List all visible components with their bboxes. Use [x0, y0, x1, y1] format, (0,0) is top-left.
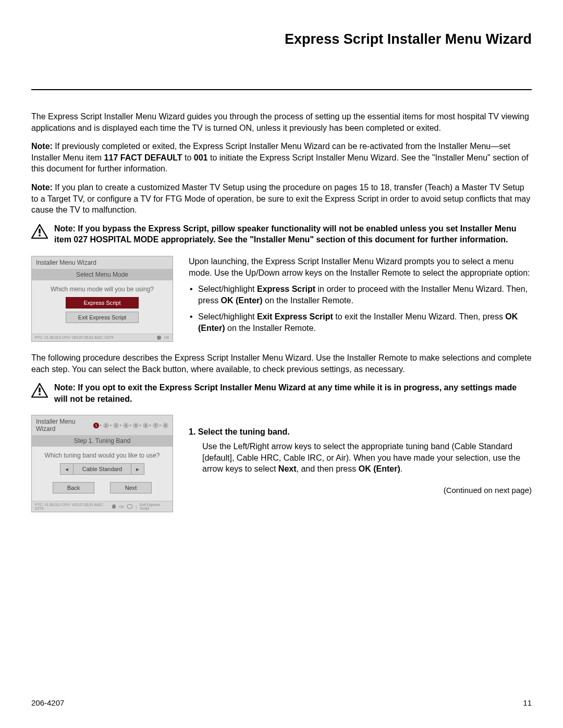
- b2a: Select/highlight: [198, 312, 257, 321]
- wiz1-subtitle: Select Menu Mode: [32, 269, 173, 280]
- wizard-select-mode-screenshot: Installer Menu Wizard Select Menu Mode W…: [31, 256, 173, 342]
- intro-paragraph: The Express Script Installer Menu Wizard…: [31, 111, 532, 133]
- warning-2: Note: If you opt to exit the Express Scr…: [31, 382, 532, 404]
- wiz1-footer-version: PTC: V1.00.013 CPU: V03.07.00.01 ASIC: D…: [35, 336, 114, 340]
- step-1: 1. Select the tuning band.: [189, 426, 532, 438]
- back-button[interactable]: Back: [53, 482, 94, 493]
- page-footer: 206-4207 11: [31, 698, 532, 707]
- tuning-left-arrow[interactable]: ◄: [60, 463, 74, 475]
- wiz2-question: Which tuning band would you like to use?: [36, 452, 168, 459]
- note2-text: If you plan to create a customized Maste…: [31, 183, 530, 214]
- ok-icon: [112, 504, 116, 509]
- wiz1-footer-ok: OK: [164, 336, 169, 339]
- step1-heading: Select the tuning band.: [198, 427, 290, 436]
- b2b: to exit the Installer Menu Wizard. Then,…: [333, 312, 506, 321]
- procedure-intro: The following procedure describes the Ex…: [31, 352, 532, 375]
- wizard-tuning-band-screenshot: Installer Menu Wizard 1▸ 2▸ 3▸ 4▸ 5▸ 6▸ …: [31, 415, 173, 512]
- warning-icon: [31, 383, 48, 398]
- step1-body: Use the Left/Right arrow keys to select …: [202, 441, 532, 475]
- bullet-express-script: Select/highlight Express Script in order…: [198, 283, 532, 306]
- step-indicator: 1▸ 2▸ 3▸ 4▸ 5▸ 6▸ 7▸ 8: [93, 423, 168, 428]
- wiz1-title: Installer Menu Wizard: [36, 259, 96, 266]
- s1b1: Next: [278, 464, 297, 473]
- svg-rect-1: [39, 229, 40, 233]
- svg-rect-5: [39, 393, 40, 395]
- s1c: .: [400, 464, 402, 473]
- footer-page-number: 11: [523, 698, 532, 707]
- note-2: Note: If you plan to create a customized…: [31, 182, 532, 216]
- note-1: Note: If previously completed or exited,…: [31, 141, 532, 175]
- warning-2-text: Note: If you opt to exit the Express Scr…: [54, 382, 532, 404]
- ok-icon: [157, 336, 161, 340]
- warning-1-text: Note: If you bypass the Express Script, …: [54, 223, 532, 245]
- exit-express-script-button[interactable]: Exit Express Script: [66, 312, 139, 323]
- svg-rect-2: [39, 235, 40, 236]
- warning-1: Note: If you bypass the Express Script, …: [31, 223, 532, 245]
- tuning-band-value: Cable Standard: [74, 463, 131, 475]
- wiz2-title: Installer Menu Wizard: [36, 418, 93, 433]
- title-rule: [31, 89, 532, 90]
- s1b: , and then press: [297, 464, 359, 473]
- wiz1-question: Which menu mode will you be using?: [36, 286, 168, 293]
- b1bold2: OK (Enter): [221, 296, 263, 305]
- next-button[interactable]: Next: [110, 482, 152, 493]
- b1c: on the Installer Remote.: [263, 296, 353, 305]
- note1-bold1: 117 FACT DEFAULT: [104, 153, 182, 162]
- note1-mid: to: [182, 153, 194, 162]
- wiz2-footer-version: PTC: V1.00.013 CPU: V03.07.00.01 ASIC: D…: [35, 503, 112, 510]
- right1-intro: Upon launching, the Express Script Insta…: [189, 256, 532, 278]
- note1-prefix: Note:: [31, 142, 53, 151]
- step1-number: 1.: [189, 427, 198, 436]
- note1-bold2: 001: [194, 153, 208, 162]
- s1b2: OK (Enter): [359, 464, 400, 473]
- wiz2-subtitle: Step 1. Tuning Band: [32, 435, 173, 447]
- footer-doc-number: 206-4207: [31, 698, 64, 707]
- b2c: on the Installer Remote.: [225, 324, 316, 332]
- express-script-button[interactable]: Express Script: [66, 297, 139, 309]
- bullet-exit-express-script: Select/highlight Exit Express Script to …: [198, 311, 532, 334]
- wiz2-footer-exit: Exit Express Script: [140, 503, 169, 510]
- page-title: Express Script Installer Menu Wizard: [31, 31, 532, 47]
- cc-icon: [127, 504, 132, 509]
- svg-rect-4: [39, 388, 40, 392]
- b2bold: Exit Express Script: [257, 312, 333, 321]
- tuning-right-arrow[interactable]: ►: [131, 463, 144, 475]
- b1a: Select/highlight: [198, 285, 257, 293]
- continued-text: (Continued on next page): [189, 485, 532, 496]
- note2-prefix: Note:: [31, 183, 53, 192]
- wiz2-footer-ok: OK: [119, 505, 124, 509]
- b1bold: Express Script: [257, 285, 315, 293]
- warning-icon: [31, 224, 48, 239]
